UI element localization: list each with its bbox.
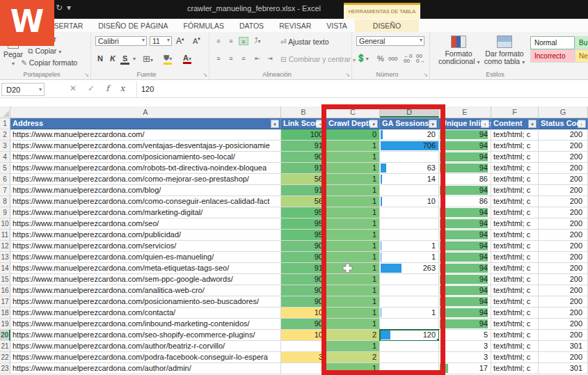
cell-B6[interactable]: 56	[281, 174, 326, 185]
cell-D3[interactable]: 706	[380, 141, 439, 152]
grow-font-button[interactable]: A▴	[176, 36, 184, 46]
cell-G15[interactable]: 200	[539, 274, 588, 285]
row-header-23[interactable]: 23	[0, 363, 10, 374]
cell-E23[interactable]: 17	[439, 363, 491, 374]
row-header-17[interactable]: 17	[0, 296, 10, 308]
cell-C15[interactable]: 1	[326, 274, 380, 285]
cell-D4[interactable]	[380, 152, 439, 163]
cell-G9[interactable]: 200	[539, 207, 588, 218]
cell-E3[interactable]: 94	[439, 141, 491, 152]
increase-indent-icon[interactable]: ⇥	[265, 54, 275, 63]
align-left-icon[interactable]: ≡	[214, 54, 223, 63]
cell-C10[interactable]: 1	[326, 218, 380, 230]
cell-G11[interactable]: 200	[539, 230, 588, 241]
cell-B11[interactable]: 95	[281, 230, 326, 241]
cell-B7[interactable]: 91	[281, 185, 326, 196]
cell-B17[interactable]: 90	[281, 296, 326, 308]
cell-B23[interactable]	[281, 363, 326, 374]
column-header-G[interactable]: G	[539, 106, 588, 118]
filter-dropdown-icon[interactable]: ▾	[271, 120, 279, 128]
cell-F4[interactable]: text/html; c	[491, 152, 539, 163]
cell-G20[interactable]: 200	[539, 330, 588, 341]
align-middle-icon[interactable]: ≡	[226, 37, 236, 45]
column-header-B[interactable]: B	[281, 106, 326, 118]
align-top-icon[interactable]: ≡	[214, 37, 223, 45]
cell-D12[interactable]: 1	[380, 241, 439, 252]
cell-D11[interactable]	[380, 230, 439, 241]
cell-F12[interactable]: text/html; c	[491, 241, 539, 252]
cell-C5[interactable]: 1	[326, 163, 380, 174]
cell-C16[interactable]: 1	[326, 285, 380, 296]
chevron-down-icon[interactable]: ▾	[133, 56, 136, 62]
cell-D21[interactable]	[380, 341, 439, 352]
cell-C4[interactable]: 1	[326, 152, 380, 163]
cell-E15[interactable]: 94	[439, 274, 491, 285]
cell-D14[interactable]: 263	[380, 263, 439, 274]
column-header-E[interactable]: E	[439, 106, 491, 118]
cell-D6[interactable]: 14	[380, 174, 439, 185]
cell-B2[interactable]: 100	[281, 129, 326, 141]
fill-color-icon[interactable]: ⛊▾	[164, 54, 172, 65]
cell-C13[interactable]: 1	[326, 252, 380, 263]
cell-E22[interactable]: 3	[439, 352, 491, 363]
cell-F21[interactable]: text/html; c	[491, 341, 539, 352]
cell-E7[interactable]: 94	[439, 185, 491, 196]
cell-D8[interactable]: 10	[380, 196, 439, 207]
dialog-launcher-icon[interactable]: ↘	[423, 72, 428, 78]
cell-C2[interactable]: 0	[326, 129, 380, 141]
cell-E12[interactable]: 94	[439, 241, 491, 252]
row-header-3[interactable]: 3	[0, 141, 10, 152]
cell-F16[interactable]: text/html; c	[491, 285, 539, 296]
formula-input[interactable]: 120	[136, 81, 588, 97]
cell-C6[interactable]: 1	[326, 174, 380, 185]
cell-E18[interactable]: 94	[439, 308, 491, 319]
comma-style-icon[interactable]: 000	[388, 56, 397, 62]
cell-G10[interactable]: 200	[539, 218, 588, 230]
cell-D5[interactable]: 63	[380, 163, 439, 174]
cell-F19[interactable]: text/html; c	[491, 319, 539, 330]
tab-datos[interactable]: DATOS	[232, 19, 271, 33]
cell-B8[interactable]: 56	[281, 196, 326, 207]
italic-button[interactable]: K	[108, 54, 118, 63]
header-cell-status-code[interactable]: Status Code▾	[539, 118, 588, 129]
header-cell-link-score[interactable]: Link Score▾	[281, 118, 326, 129]
cell-B18[interactable]: 10	[281, 308, 326, 319]
cancel-icon[interactable]: ✕	[70, 83, 88, 93]
font-family-select[interactable]: Calibri▾	[95, 36, 147, 46]
cell-G4[interactable]: 200	[539, 152, 588, 163]
cell-E20[interactable]: 5	[439, 330, 491, 341]
cell-E19[interactable]: 94	[439, 319, 491, 330]
row-header-5[interactable]: 5	[0, 163, 10, 174]
tab-diseno-de-pagina[interactable]: DISEÑO DE PÁGINA	[90, 19, 175, 33]
row-header-11[interactable]: 11	[0, 230, 10, 241]
enter-icon[interactable]: ✓	[88, 83, 106, 93]
cell-C20[interactable]: 2	[326, 330, 380, 341]
cell-B20[interactable]: 10	[281, 330, 326, 341]
bold-button[interactable]: N	[95, 54, 105, 63]
header-cell-ga-sessions[interactable]: GA Sessions▾	[380, 118, 439, 129]
cell-E11[interactable]: 94	[439, 230, 491, 241]
cell-E4[interactable]: 94	[439, 152, 491, 163]
style-neutral[interactable]: Ne	[575, 49, 588, 63]
cell-G18[interactable]: 200	[539, 308, 588, 319]
cell-A21[interactable]: https://www.manuelperezcardona.com/autho…	[10, 341, 281, 352]
cell-F17[interactable]: text/html; c	[491, 296, 539, 308]
cell-G12[interactable]: 200	[539, 241, 588, 252]
cell-G6[interactable]: 200	[539, 174, 588, 185]
cell-F6[interactable]: text/html; c	[491, 174, 539, 185]
decrease-decimal-icon[interactable]: 000→	[416, 54, 424, 63]
row-header-13[interactable]: 13	[0, 252, 10, 263]
cell-F18[interactable]: text/html; c	[491, 308, 539, 319]
redo-icon[interactable]: ↻	[56, 3, 67, 13]
cell-C11[interactable]: 1	[326, 230, 380, 241]
cell-D7[interactable]	[380, 185, 439, 196]
cell-C7[interactable]: 1	[326, 185, 380, 196]
cell-E13[interactable]: 94	[439, 252, 491, 263]
cell-C9[interactable]: 1	[326, 207, 380, 218]
cell-G3[interactable]: 200	[539, 141, 588, 152]
cell-A20[interactable]: https://www.manuelperezcardona.com/seo-s…	[10, 330, 281, 341]
cell-D23[interactable]	[380, 363, 439, 374]
cell-G21[interactable]: 301	[539, 341, 588, 352]
cell-A22[interactable]: https://www.manuelperezcardona.com/podra…	[10, 352, 281, 363]
cell-E8[interactable]: 86	[439, 196, 491, 207]
